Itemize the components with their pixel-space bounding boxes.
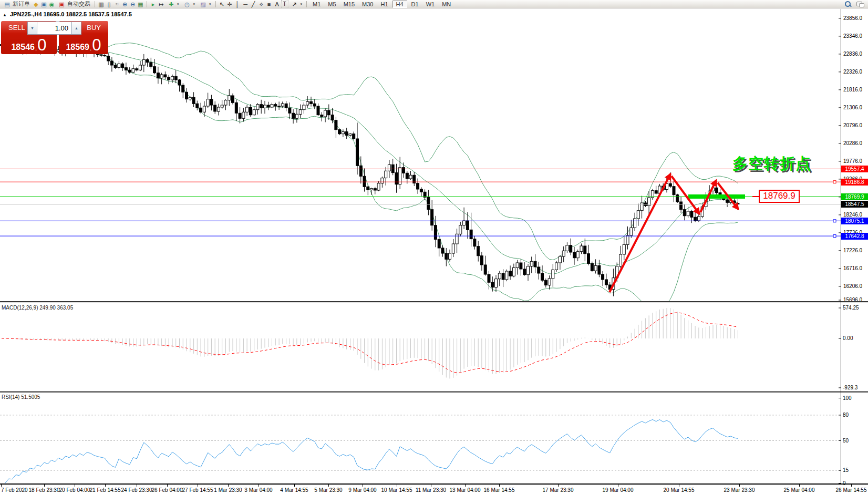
- new-order-label: 新订单: [13, 0, 30, 8]
- time-axis-label: 27 Feb 14:55: [182, 487, 213, 493]
- zoom-in-icon[interactable]: ⊕: [121, 1, 129, 8]
- periods-button[interactable]: ◷ ▾: [181, 0, 198, 8]
- time-axis-label: 23 Mar 23:30: [724, 487, 755, 493]
- time-axis-label: 18 Feb 23:30: [29, 487, 60, 493]
- toolbar-separator: [306, 1, 307, 7]
- price-tick-label: 20286.0: [843, 140, 862, 146]
- buy-price: 18569 . 0: [59, 37, 108, 53]
- fibonacci-tool-icon[interactable]: ≡: [265, 1, 273, 8]
- rsi-scale-label: 0: [843, 480, 846, 486]
- toolbar-separator: [147, 1, 147, 7]
- time-axis-label: 10 Mar 14:55: [381, 487, 412, 493]
- one-click-trading-panel: SELL 18546 . 0 BUY 18569 . 0 ▼ 1.00 ▲: [1, 21, 108, 54]
- price-line-chip: 17642.8: [841, 233, 868, 240]
- chevron-down-icon: ▾: [301, 2, 303, 6]
- cursor-tool-icon[interactable]: ↖: [218, 1, 226, 8]
- time-axis-label: 26 Mar 14:55: [836, 487, 867, 493]
- vertical-line-tool-icon[interactable]: │: [234, 1, 242, 8]
- volume-increase-button[interactable]: ▲: [71, 22, 81, 35]
- time-axis-label: 7 Feb 2020: [1, 487, 28, 493]
- timeframe-button-w1[interactable]: W1: [423, 1, 438, 8]
- chat-icon[interactable]: [856, 2, 864, 7]
- timeframe-button-d1[interactable]: D1: [408, 1, 422, 8]
- price-tag-18769[interactable]: 18769.9: [759, 190, 800, 203]
- price-tick-label: 22326.0: [843, 69, 862, 75]
- time-axis-label: 11 Mar 23:30: [416, 487, 446, 493]
- terminal-icon[interactable]: ▣: [40, 1, 48, 8]
- macd-histogram: [2, 308, 738, 378]
- buy-price-main: 18569: [66, 42, 89, 53]
- crosshair-tool-icon[interactable]: ✛: [226, 1, 234, 8]
- chevron-down-icon: ▾: [177, 2, 179, 6]
- time-axis-label: 25 Mar 04:00: [784, 487, 815, 493]
- trend-arrow: [609, 174, 670, 292]
- sell-price-dot: .: [35, 44, 37, 53]
- time-axis-label: 20 Feb 04:00: [59, 487, 90, 493]
- templates-button[interactable]: ▨ ▾: [197, 0, 213, 8]
- timeframe-button-mn[interactable]: MN: [439, 1, 454, 8]
- trendline-tool-icon[interactable]: ╱: [250, 1, 257, 8]
- sell-price-main: 18546: [11, 42, 35, 53]
- indicators-button[interactable]: ✚ ▾: [165, 0, 181, 8]
- chevron-down-icon: ▾: [193, 2, 195, 6]
- time-axis-label: 19 Mar 04:00: [603, 487, 634, 493]
- chart-shift-icon[interactable]: ↦: [157, 1, 165, 8]
- metaeditor-icon[interactable]: ◆: [32, 1, 40, 8]
- last-price-chip: 18547.5: [841, 201, 868, 208]
- rsi-label: RSI(14) 51.5005: [2, 394, 40, 400]
- volume-decrease-button[interactable]: ▼: [27, 22, 37, 35]
- symbol-label: JPN225-,H4: [10, 11, 42, 17]
- volume-field[interactable]: 1.00: [37, 22, 71, 35]
- new-order-button[interactable]: ▤ 新订单: [1, 0, 32, 8]
- candle-chart-mode-icon[interactable]: ▯: [105, 1, 113, 8]
- time-axis-label: 26 Feb 04:00: [152, 487, 183, 493]
- buy-button[interactable]: BUY: [87, 24, 101, 32]
- template-icon: ▨: [199, 1, 207, 8]
- auto-scroll-icon[interactable]: ▸: [149, 1, 157, 8]
- rsi-line: [5, 419, 738, 483]
- tile-windows-icon[interactable]: ▦: [137, 1, 144, 8]
- autotrading-button[interactable]: ▣ 自动交易: [56, 0, 92, 8]
- price-line-chip: 18075.1: [841, 218, 868, 224]
- label-tool-icon[interactable]: T: [281, 1, 288, 7]
- timeframe-toolbar: M1M5M15M30H1H4D1W1MN: [309, 1, 454, 8]
- timeframe-button-m15[interactable]: M15: [340, 1, 358, 8]
- time-axis-label: 16 Mar 14:55: [484, 487, 515, 493]
- price-tick-label: 21816.0: [843, 87, 862, 92]
- chart-canvas[interactable]: [0, 0, 868, 494]
- text-tool-icon[interactable]: A: [273, 1, 281, 8]
- bar-chart-mode-icon[interactable]: ▥: [97, 1, 105, 8]
- price-tick-label: 16716.0: [843, 265, 862, 271]
- toolbar: ▤ 新订单 ◆ ▣ ◉ ▣ 自动交易 ▥ ▯ ≈ ⊕ ⊖ ▦ ▸ ↦ ✚ ▾ ◷…: [0, 0, 868, 8]
- arrows-tool-button[interactable]: ↗ ▾: [288, 0, 305, 8]
- toolbar-separator: [215, 1, 216, 7]
- line-chart-mode-icon[interactable]: ≈: [113, 1, 121, 8]
- price-line-chip: 18769.9: [841, 193, 868, 200]
- ohlc-values: 18695.0 18822.5 18537.5 18547.5: [44, 11, 132, 17]
- timeframe-button-m5[interactable]: M5: [325, 1, 339, 8]
- collapse-triangle-icon: ▲: [3, 13, 7, 17]
- autotrading-label: 自动交易: [67, 0, 90, 8]
- timeframe-button-m30[interactable]: M30: [359, 1, 376, 8]
- time-axis-label: 21 Feb 14:55: [90, 487, 121, 493]
- timeframe-button-h1[interactable]: H1: [377, 1, 391, 8]
- timeframe-button-h4[interactable]: H4: [392, 1, 407, 8]
- channel-tool-icon[interactable]: =: [257, 1, 265, 8]
- search-icon[interactable]: [845, 1, 851, 7]
- horizontal-line-tool-icon[interactable]: ─: [242, 1, 250, 8]
- time-axis-label: 1 Mar 23:30: [214, 487, 242, 493]
- zoom-out-icon[interactable]: ⊖: [129, 1, 137, 8]
- signals-icon[interactable]: ◉: [48, 1, 56, 8]
- time-axis-label: 3 Mar 04:00: [244, 487, 272, 493]
- rsi-scale-label: 50: [843, 438, 849, 444]
- time-axis-label: 5 Mar 23:30: [314, 487, 342, 493]
- price-line-chip: 19557.4: [841, 166, 868, 172]
- time-axis-label: 9 Mar 04:00: [348, 487, 376, 493]
- price-line-chip: 19186.8: [841, 179, 868, 186]
- volume-stepper: ▼ 1.00 ▲: [27, 22, 81, 35]
- timeframe-button-m1[interactable]: M1: [309, 1, 324, 8]
- sell-button[interactable]: SELL: [8, 24, 25, 32]
- price-tick-label: 23856.0: [843, 15, 862, 21]
- time-axis-label: 17 Mar 23:30: [543, 487, 574, 493]
- arrow-shapes-icon: ↗: [291, 1, 298, 8]
